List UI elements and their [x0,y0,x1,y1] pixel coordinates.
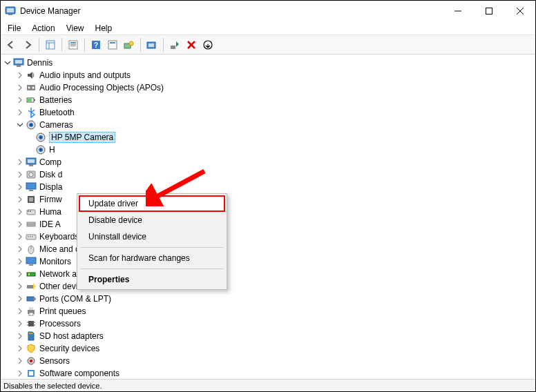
properties-button[interactable] [66,37,81,52]
tree-item[interactable]: Ports (COM & LPT) [3,293,535,305]
menu-bar: File Action View Help [1,21,535,35]
svg-rect-27 [15,60,22,63]
tree-item[interactable]: SD host adapters [3,330,535,342]
uninstall-device-button[interactable] [200,37,216,52]
expand-icon[interactable] [16,108,24,117]
svg-rect-56 [27,222,35,226]
expand-icon[interactable] [16,183,24,191]
menu-view[interactable]: View [61,22,90,35]
disable-device-button[interactable] [184,37,199,52]
tree-item-label: IDE A [39,219,61,229]
ctx-properties[interactable]: Properties [79,271,225,288]
svg-point-43 [40,149,42,151]
device-tree[interactable]: Dennis Audio inputs and outputsAudio Pro… [1,55,535,379]
svg-rect-34 [28,99,32,101]
expand-icon[interactable] [16,245,24,253]
tree-item[interactable]: HP 5MP Camera [3,131,535,144]
tree-root[interactable]: Dennis [3,57,535,69]
expand-icon[interactable] [16,270,24,278]
device-icon [26,268,37,280]
expand-icon[interactable] [16,233,24,241]
expand-icon[interactable] [16,220,24,228]
collapse-icon[interactable] [16,121,24,129]
svg-rect-81 [30,333,31,334]
tree-item-label: Huma [39,207,61,217]
tree-item[interactable]: Audio inputs and outputs [3,69,535,81]
ctx-disable-device[interactable]: Disable device [79,212,225,228]
expand-icon[interactable] [16,158,24,166]
ctx-uninstall-device[interactable]: Uninstall device [79,228,225,245]
svg-rect-1 [7,8,14,12]
window-title: Device Manager [20,6,442,16]
tree-item-label: Disk d [39,170,62,179]
device-icon [26,194,37,205]
help-button[interactable]: ? [88,37,104,52]
expand-icon[interactable] [16,295,24,303]
expand-icon[interactable] [16,357,24,365]
device-icon [26,343,37,354]
device-icon [26,331,37,342]
expand-icon[interactable] [16,257,24,266]
tree-item-label: SD host adapters [39,331,104,341]
device-icon [26,293,37,304]
svg-rect-73 [29,307,33,310]
scan-hardware-button[interactable] [144,37,160,52]
expand-icon[interactable] [16,369,24,378]
tree-item-label: Processors [39,319,81,329]
tree-item[interactable]: Bluetooth [3,106,535,119]
tree-item[interactable]: Print queues [3,305,535,317]
expand-icon[interactable] [16,208,24,216]
svg-rect-12 [70,44,76,45]
tree-item[interactable]: Processors [3,317,535,330]
show-hide-tree-button[interactable] [43,37,58,52]
expand-icon[interactable] [16,344,24,353]
enable-device-button[interactable] [167,37,182,52]
device-manager-icon [5,6,16,17]
tree-item-label: Batteries [39,95,72,105]
expand-icon[interactable] [16,307,24,315]
expand-icon[interactable] [16,320,24,328]
tree-item-label: Keyboards [39,232,79,242]
expand-icon[interactable] [16,96,24,104]
tree-root-label: Dennis [27,58,52,68]
ctx-scan-hardware[interactable]: Scan for hardware changes [79,250,225,266]
menu-action[interactable]: Action [26,22,60,35]
svg-rect-4 [486,8,492,14]
svg-rect-75 [28,321,34,326]
close-button[interactable] [504,1,535,21]
expand-icon[interactable] [16,332,24,340]
menu-help[interactable]: Help [90,22,118,35]
tree-item[interactable]: Software components [3,367,535,379]
tree-item[interactable]: Disk d [3,168,535,181]
expand-icon[interactable] [16,71,24,79]
back-button[interactable] [3,37,19,52]
tree-item[interactable]: Audio Processing Objects (APOs) [3,81,535,94]
tree-item[interactable]: Comp [3,156,535,168]
action-filter-button[interactable] [105,37,120,52]
svg-rect-45 [28,159,35,163]
maximize-button[interactable] [473,1,504,21]
expand-icon[interactable] [16,170,24,179]
tree-item[interactable]: Security devices [3,342,535,355]
collapse-icon[interactable] [3,59,12,67]
tree-item[interactable]: Cameras [3,119,535,131]
tree-item-label: Software components [39,369,119,378]
update-driver-button[interactable] [122,37,137,52]
tree-item-label: Print queues [39,306,86,316]
forward-button[interactable] [20,37,35,52]
device-icon [26,244,37,255]
tree-item-label: Monitors [39,257,71,266]
minimize-button[interactable] [442,1,473,21]
ctx-update-driver[interactable]: Update driver [79,195,225,212]
menu-file[interactable]: File [2,22,26,35]
expand-icon[interactable] [16,195,24,204]
svg-rect-16 [108,41,117,49]
tree-item[interactable]: H [3,144,535,156]
camera-icon [35,144,46,155]
expand-icon[interactable] [16,84,24,92]
tree-item[interactable]: Displa [3,181,535,193]
device-icon [26,182,37,193]
expand-icon[interactable] [16,282,24,291]
tree-item[interactable]: Sensors [3,355,535,367]
tree-item[interactable]: Batteries [3,94,535,106]
